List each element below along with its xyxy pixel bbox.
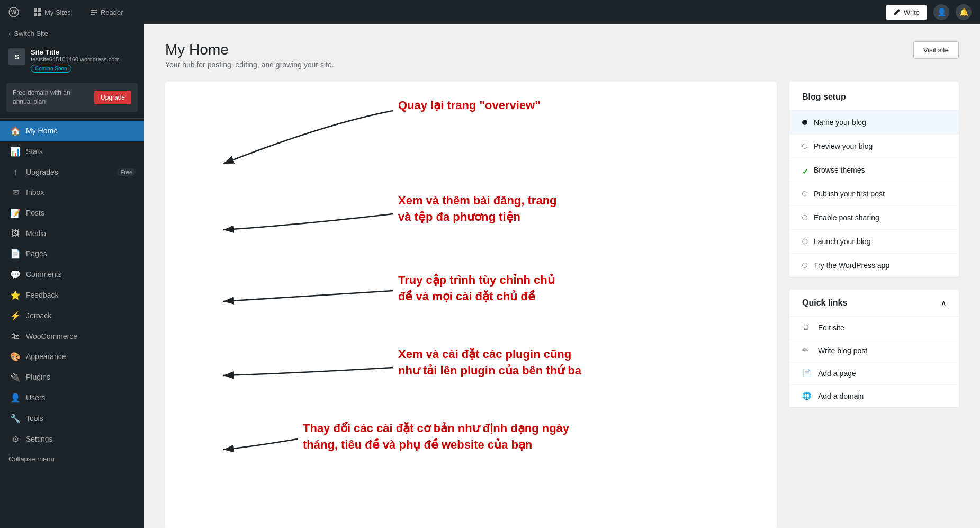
- content-grid: Quay lại trang "overview" Xem và thêm bà…: [165, 82, 959, 528]
- inbox-icon: ✉: [10, 187, 21, 198]
- side-panel: Blog setup Name your blogPreview your bl…: [789, 82, 959, 407]
- upgrade-button[interactable]: Upgrade: [94, 91, 131, 104]
- site-details: Site Title testsite645101460.wordpress.c…: [31, 48, 136, 73]
- setup-item-label: Try the WordPress app: [814, 261, 889, 270]
- setup-item-label: Publish your first post: [814, 190, 885, 198]
- upgrades-icon: ↑: [10, 167, 21, 177]
- sidebar-item-tools[interactable]: 🔧 Tools: [0, 408, 144, 429]
- sidebar-item-settings[interactable]: ⚙ Settings: [0, 429, 144, 450]
- content-area: My Home Your hub for posting, editing, a…: [144, 24, 980, 528]
- setup-item-label: Enable post sharing: [814, 213, 879, 222]
- setup-item-preview-blog[interactable]: Preview your blog: [789, 135, 959, 158]
- blog-setup-panel: Blog setup Name your blogPreview your bl…: [789, 82, 959, 277]
- sidebar-item-plugins[interactable]: 🔌 Plugins: [0, 367, 144, 388]
- settings-icon: ⚙: [10, 434, 21, 444]
- notifications-bell[interactable]: 🔔: [956, 4, 972, 20]
- stats-icon: 📊: [10, 147, 21, 157]
- main-layout: ‹ Switch Site S Site Title testsite64510…: [0, 24, 980, 528]
- tools-icon: 🔧: [10, 414, 21, 424]
- my-sites-nav[interactable]: My Sites: [30, 6, 75, 19]
- users-label: Users: [26, 393, 136, 402]
- sidebar-item-posts[interactable]: 📝 Posts: [0, 203, 144, 223]
- setup-dot-active: [802, 120, 807, 125]
- pages-label: Pages: [26, 249, 136, 258]
- quick-link-add-page[interactable]: 📄 Add a page: [789, 362, 959, 385]
- svg-rect-4: [34, 13, 37, 16]
- setup-item-browse-themes[interactable]: ✓Browse themes: [789, 158, 959, 182]
- my-home-label: My Home: [26, 127, 136, 135]
- quick-link-label: Edit site: [818, 324, 844, 332]
- sidebar: ‹ Switch Site S Site Title testsite64510…: [0, 24, 144, 528]
- sidebar-item-my-home[interactable]: 🏠 My Home: [0, 121, 144, 141]
- topbar-left: W My Sites Reader: [8, 6, 127, 19]
- quick-link-label: Write blog post: [818, 346, 867, 355]
- visit-site-button[interactable]: Visit site: [913, 41, 959, 59]
- setup-dot-done: ✓: [802, 167, 807, 173]
- coming-soon-badge: Coming Soon: [31, 65, 71, 73]
- quick-link-label: Add a domain: [818, 392, 864, 400]
- page-title: My Home: [165, 41, 334, 58]
- woocommerce-icon: 🛍: [10, 332, 21, 341]
- inbox-label: Inbox: [26, 188, 136, 196]
- nav-items: 🏠 My Home 📊 Stats ↑ Upgrades Free ✉ Inbo…: [0, 121, 144, 450]
- user-avatar[interactable]: 👤: [933, 4, 949, 20]
- media-icon: 🖼: [10, 229, 21, 238]
- sidebar-item-stats[interactable]: 📊 Stats: [0, 141, 144, 162]
- sidebar-item-upgrades[interactable]: ↑ Upgrades Free: [0, 162, 144, 182]
- wordpress-logo: W: [8, 7, 19, 17]
- sidebar-item-inbox[interactable]: ✉ Inbox: [0, 182, 144, 203]
- my-home-icon: 🏠: [10, 126, 21, 136]
- posts-icon: 📝: [10, 208, 21, 218]
- setup-dot-empty: [802, 191, 807, 196]
- plugins-icon: 🔌: [10, 372, 21, 382]
- page-subtitle: Your hub for posting, editing, and growi…: [165, 60, 334, 69]
- setup-item-wp-app[interactable]: Try the WordPress app: [789, 254, 959, 277]
- setup-item-label: Preview your blog: [814, 142, 873, 150]
- write-label: Write: [904, 8, 920, 16]
- jetpack-label: Jetpack: [26, 311, 136, 320]
- write-button[interactable]: Write: [886, 5, 927, 20]
- quick-links-items: 🖥 Edit site ✏ Write blog post 📄 Add a pa…: [789, 317, 959, 407]
- stats-label: Stats: [26, 147, 136, 156]
- collapse-menu-button[interactable]: Collapse menu: [0, 450, 144, 468]
- main-panel: Quay lại trang "overview" Xem và thêm bà…: [165, 82, 777, 528]
- sidebar-item-comments[interactable]: 💬 Comments: [0, 264, 144, 285]
- quick-link-add-domain[interactable]: 🌐 Add a domain: [789, 385, 959, 407]
- blog-setup-title: Blog setup: [802, 92, 946, 102]
- sidebar-divider: [0, 118, 144, 119]
- setup-item-name-blog[interactable]: Name your blog: [789, 111, 959, 135]
- comments-label: Comments: [26, 270, 136, 279]
- sidebar-item-media[interactable]: 🖼 Media: [0, 223, 144, 244]
- svg-rect-7: [91, 12, 97, 13]
- setup-item-publish-post[interactable]: Publish your first post: [789, 182, 959, 206]
- setup-dot-empty: [802, 239, 807, 244]
- sidebar-item-users[interactable]: 👤 Users: [0, 388, 144, 408]
- setup-item-label: Browse themes: [814, 166, 865, 174]
- topbar: W My Sites Reader Write 👤 🔔: [0, 0, 980, 24]
- setup-item-launch-blog[interactable]: Launch your blog: [789, 230, 959, 254]
- collapse-label: Collapse menu: [8, 455, 55, 463]
- media-label: Media: [26, 229, 136, 238]
- collapse-icon[interactable]: ∧: [941, 299, 946, 307]
- annotation-3-text: Truy cập trình tùy chỉnh chủđề và mọi cà…: [398, 272, 555, 305]
- sidebar-item-jetpack[interactable]: ⚡ Jetpack: [0, 306, 144, 326]
- appearance-label: Appearance: [26, 352, 136, 361]
- sidebar-item-feedback[interactable]: ⭐ Feedback: [0, 285, 144, 306]
- quick-link-edit-site[interactable]: 🖥 Edit site: [789, 317, 959, 339]
- write-post-icon: ✏: [802, 346, 812, 355]
- posts-label: Posts: [26, 209, 136, 217]
- sidebar-item-woocommerce[interactable]: 🛍 WooCommerce: [0, 326, 144, 346]
- setup-dot-empty: [802, 144, 807, 149]
- reader-nav[interactable]: Reader: [86, 6, 128, 19]
- svg-rect-5: [38, 13, 41, 16]
- setup-dot-empty: [802, 215, 807, 220]
- sidebar-item-pages[interactable]: 📄 Pages: [0, 244, 144, 264]
- quick-link-write-post[interactable]: ✏ Write blog post: [789, 339, 959, 362]
- switch-site-button[interactable]: ‹ Switch Site: [0, 24, 144, 43]
- sidebar-item-appearance[interactable]: 🎨 Appearance: [0, 346, 144, 367]
- setup-item-label: Launch your blog: [814, 237, 870, 246]
- setup-item-post-sharing[interactable]: Enable post sharing: [789, 206, 959, 230]
- add-domain-icon: 🌐: [802, 391, 812, 401]
- switch-site-label: Switch Site: [14, 30, 48, 38]
- blog-setup-header: Blog setup: [789, 82, 959, 111]
